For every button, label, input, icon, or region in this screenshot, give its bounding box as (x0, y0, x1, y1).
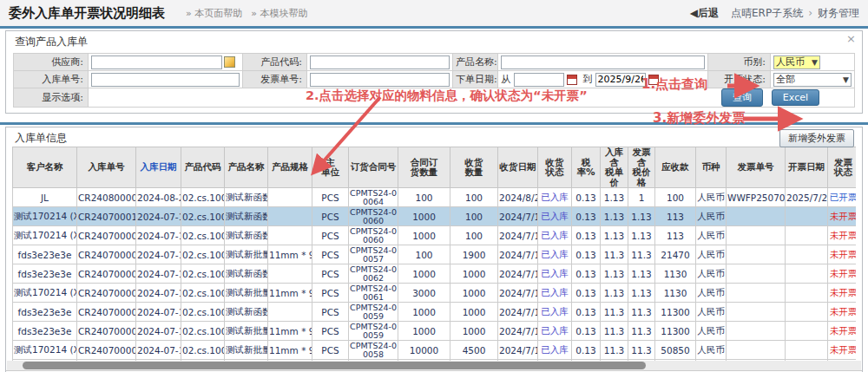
column-header[interactable]: 币种 (696, 147, 727, 188)
table-cell: 100 (398, 245, 450, 264)
column-header[interactable]: 入库日期 (136, 147, 181, 188)
product-code-label: 产品代码: (243, 54, 307, 71)
collapse-icon[interactable]: × (846, 33, 856, 44)
date-from-input[interactable] (514, 73, 564, 87)
column-header[interactable]: 收货数量 (450, 147, 498, 188)
back-link[interactable]: ◀后退 (690, 6, 719, 21)
table-cell (786, 341, 828, 360)
table-row[interactable]: JLCR2408000012024-08-2602.cs.100241测试新函数… (13, 188, 857, 207)
table-cell: 1000 (450, 322, 498, 341)
table-cell: CPMTS24-00058 (349, 341, 398, 360)
table-cell: 0.13 (572, 188, 601, 207)
results-panel-title: 入库单信息 (6, 127, 862, 147)
table-cell: 11mm * 95m (268, 284, 312, 303)
date-to-input[interactable] (595, 73, 646, 87)
table-cell: 已入库 (538, 207, 572, 226)
table-cell: 10000 (398, 341, 450, 360)
table-cell: 1.13 (601, 188, 628, 207)
table-cell: 02.cs.100241 (181, 226, 225, 245)
table-cell: 100 (450, 207, 498, 226)
invoice-status-select[interactable]: 全部 ▼ (773, 73, 852, 87)
table-cell: 2024-07-19 (136, 226, 181, 245)
column-header[interactable]: 发票状态 (828, 147, 857, 188)
table-cell: 0.13 (572, 207, 601, 226)
column-header[interactable]: 发票单号 (727, 147, 786, 188)
table-row[interactable]: fds3e23e3eCR2407000062024-07-1902.cs.100… (13, 303, 857, 322)
column-header[interactable]: 产品规格 (268, 147, 312, 188)
table-cell: 人民币 (696, 303, 727, 322)
product-name-label: 产品名称: (453, 54, 498, 71)
product-name-input[interactable] (501, 55, 705, 69)
table-cell: CR240700009 (77, 226, 136, 245)
table-cell: 2024/7/19 (498, 207, 538, 226)
invoice-no-input[interactable] (310, 73, 450, 87)
supplier-picker-icon[interactable] (224, 56, 235, 68)
supplier-input[interactable] (91, 55, 222, 69)
table-row[interactable]: 测试170214 (XX)CR2407000052024-07-1902.cs.… (13, 341, 857, 360)
table-cell: 1000 (450, 264, 498, 284)
table-cell: 1.13 (628, 284, 655, 303)
column-header[interactable]: 税率% (572, 147, 601, 188)
add-outsourcing-invoice-button[interactable]: 新增委外发票 (779, 129, 854, 147)
column-header[interactable]: 客户名称 (13, 147, 77, 188)
table-cell: 11.3 (628, 341, 655, 360)
table-row[interactable]: 测试170214 (XX)CR2407000102024-07-1902.cs.… (13, 207, 857, 226)
table-cell: 113 (655, 226, 696, 245)
column-header[interactable]: 合同订货数量 (398, 147, 450, 188)
table-cell: 已入库 (538, 245, 572, 264)
breadcrumb-module[interactable]: 财务管理 (818, 6, 859, 21)
table-cell: 2024-07-19 (136, 245, 181, 264)
table-row[interactable]: fds3e23e3eCR2407000082024-07-1902.cs.100… (13, 245, 857, 264)
table-cell: 人民币 (696, 207, 727, 226)
scrollbar-thumb[interactable] (23, 362, 646, 369)
table-cell: 已开票 (828, 188, 857, 207)
invoice-status-label: 开票状态: (708, 71, 771, 88)
table-cell: CPMTS24-00060 (349, 207, 398, 226)
date-to-prefix: 到 (582, 74, 592, 85)
table-cell: 02.cs.100246 (181, 322, 225, 341)
query-panel-title: 查询产品入库单 (6, 31, 862, 51)
receipt-no-input[interactable] (91, 73, 240, 87)
table-cell: 已入库 (538, 341, 572, 360)
table-cell: 人民币 (696, 322, 727, 341)
horizontal-scrollbar[interactable] (7, 361, 861, 370)
table-cell: 已入库 (538, 264, 572, 284)
table-cell: 2024-08-26 (136, 188, 181, 207)
supplier-label: 供应商: (14, 54, 89, 71)
table-cell: 50850 (655, 341, 696, 360)
excel-export-button[interactable]: Excel (772, 89, 819, 106)
table-cell: 人民币 (696, 341, 727, 360)
module-help-link[interactable]: » 本模块帮助 (251, 7, 307, 20)
column-header[interactable]: 主单位 (312, 147, 349, 188)
table-cell: 100 (655, 188, 696, 207)
column-header[interactable]: 产品名称 (225, 147, 268, 188)
column-header[interactable]: 收货日期 (498, 147, 538, 188)
column-header[interactable]: 应收款 (655, 147, 696, 188)
breadcrumb-system[interactable]: 点晴ERP子系统 (731, 6, 803, 21)
column-header[interactable]: 订货合同号 (349, 147, 398, 188)
table-cell: 02.cs.100241 (181, 207, 225, 226)
column-header[interactable]: 发票含税价格 (628, 147, 655, 188)
search-button[interactable]: 查询 (721, 88, 763, 107)
table-row[interactable]: 测试170214 (XX)CR2407000092024-07-1902.cs.… (13, 226, 857, 245)
receipts-table: 客户名称入库单号入库日期产品代码产品名称产品规格主单位订货合同号合同订货数量收货… (12, 147, 856, 361)
table-cell: 1000 (398, 264, 450, 284)
column-header[interactable]: 入库单号 (77, 147, 136, 188)
table-cell: 0.13 (572, 245, 601, 264)
column-header[interactable]: 入库含税单价 (601, 147, 628, 188)
column-header[interactable]: 产品代码 (181, 147, 225, 188)
currency-select[interactable]: 人民币 ▼ (773, 55, 820, 69)
column-header[interactable]: 收货状态 (538, 147, 572, 188)
table-cell: 0.13 (572, 303, 601, 322)
page-help-link[interactable]: » 本页面帮助 (186, 7, 242, 20)
table-row[interactable]: fds3e23e3eCR2407000072024-07-1902.cs.100… (13, 264, 857, 284)
chevron-down-icon: ▼ (843, 75, 849, 84)
column-header[interactable]: 开票日期 (786, 147, 828, 188)
calendar-icon[interactable] (567, 75, 577, 85)
table-cell: CPMTS24-00061 (349, 284, 398, 303)
table-row[interactable]: 测试170214 (XX)CR2407000072024-07-1902.cs.… (13, 284, 857, 303)
table-cell: 1000 (398, 226, 450, 245)
table-row[interactable]: fds3e23e3eCR2407000062024-07-1902.cs.100… (13, 322, 857, 341)
product-code-input[interactable] (310, 55, 450, 69)
table-cell: CR240700008 (77, 245, 136, 264)
